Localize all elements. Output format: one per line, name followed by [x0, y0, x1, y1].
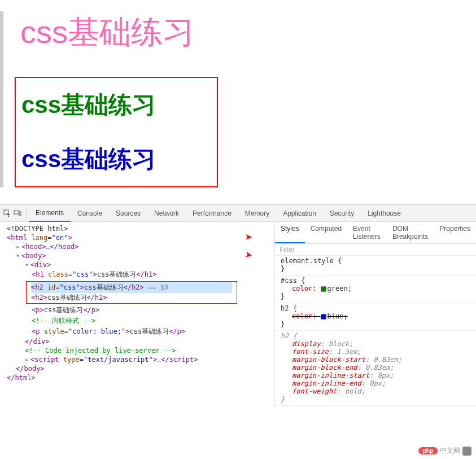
h2-ua-rule[interactable]: h2 { display: block; font-size: 1.5em; m… — [275, 331, 476, 406]
tab-network[interactable]: Network — [147, 206, 186, 221]
tree-html-open[interactable]: <html lang="en"> — [0, 233, 243, 242]
styles-filter[interactable]: Filter — [275, 244, 476, 256]
styles-tab-bar: Styles Computed Event Listeners DOM Brea… — [275, 222, 476, 244]
page-title: css基础练习 — [20, 11, 476, 54]
tree-h1[interactable]: <h1 class="css">css基础练习</h1> — [0, 269, 243, 280]
tab-dom-breakpoints[interactable]: DOM Breakpoints — [387, 222, 434, 243]
inspect-icon[interactable] — [3, 209, 11, 217]
svg-rect-1 — [14, 211, 19, 214]
tab-memory[interactable]: Memory — [238, 206, 276, 221]
green-heading: css基础练习 — [21, 89, 211, 121]
separator — [26, 208, 27, 218]
devtools-panel: Elements Console Sources Network Perform… — [0, 204, 476, 406]
tree-div[interactable]: ▾<div> — [0, 260, 243, 269]
content-box: css基础练习 css基础练习 — [15, 77, 218, 187]
tree-h2-selected-wrap: ⋯ <h2 id="css">css基础练习</h2> == $0 — [31, 282, 232, 293]
tree-body[interactable]: ▾<body> — [0, 251, 243, 260]
tree-head[interactable]: ▸<head>…</head> — [0, 242, 243, 251]
id-css-rule[interactable]: #css { color: green; } — [275, 276, 476, 303]
tab-computed[interactable]: Computed — [305, 222, 347, 243]
styles-panel: Styles Computed Event Listeners DOM Brea… — [274, 222, 476, 406]
tab-properties[interactable]: Properties — [434, 222, 476, 243]
device-icon[interactable] — [14, 209, 21, 217]
tree-doctype[interactable]: <!DOCTYPE html> — [0, 224, 243, 233]
tab-elements[interactable]: Elements — [29, 205, 71, 222]
breakpoint-dots[interactable]: ⋯ — [31, 282, 35, 290]
tree-comment2[interactable]: <!-- Code injected by live-server --> — [0, 346, 243, 355]
tree-comment1[interactable]: <!-- 内联样式 --> — [0, 316, 243, 326]
tree-div-close[interactable]: </div> — [0, 337, 243, 346]
h2-rule-struck[interactable]: h2 { color: blue; } — [275, 303, 476, 331]
rendered-page: css基础练习 css基础练习 css基础练习 — [0, 11, 476, 187]
highlighted-group: ⋯ <h2 id="css">css基础练习</h2> == $0 <h2>cs… — [26, 281, 237, 304]
tab-lighthouse[interactable]: Lighthouse — [361, 206, 408, 221]
tree-script[interactable]: ▸<script type="text/javascript">…</scrip… — [0, 355, 243, 364]
annotation-arrows: ➤ ➤ — [243, 222, 274, 406]
tab-console[interactable]: Console — [71, 206, 109, 221]
devtools-tab-bar: Elements Console Sources Network Perform… — [0, 205, 476, 222]
arrow-icon: ➤ — [245, 255, 252, 256]
tab-styles[interactable]: Styles — [275, 222, 305, 243]
tree-body-close[interactable]: </body> — [0, 364, 243, 373]
devtools-main: <!DOCTYPE html> <html lang="en"> ▸<head>… — [0, 222, 476, 406]
blue-heading: css基础练习 — [21, 143, 211, 175]
tree-p1[interactable]: <p>css基础练习</p> — [0, 305, 243, 316]
tree-p2[interactable]: <p style="color: blue;">css基础练习</p> — [0, 326, 243, 337]
tab-performance[interactable]: Performance — [186, 206, 238, 221]
svg-rect-2 — [19, 212, 21, 216]
tab-application[interactable]: Application — [276, 206, 323, 221]
tree-h2-selected[interactable]: <h2 id="css">css基础练习</h2> == $0 — [31, 282, 232, 293]
tree-html-close[interactable]: </html> — [0, 373, 243, 382]
tab-sources[interactable]: Sources — [109, 206, 147, 221]
tab-event-listeners[interactable]: Event Listeners — [347, 222, 387, 243]
element-style-rule[interactable]: element.style { } — [275, 256, 476, 276]
tree-h2-second[interactable]: <h2>css基础练习</h2> — [31, 293, 232, 303]
elements-tree[interactable]: <!DOCTYPE html> <html lang="en"> ▸<head>… — [0, 222, 243, 406]
tab-security[interactable]: Security — [323, 206, 361, 221]
